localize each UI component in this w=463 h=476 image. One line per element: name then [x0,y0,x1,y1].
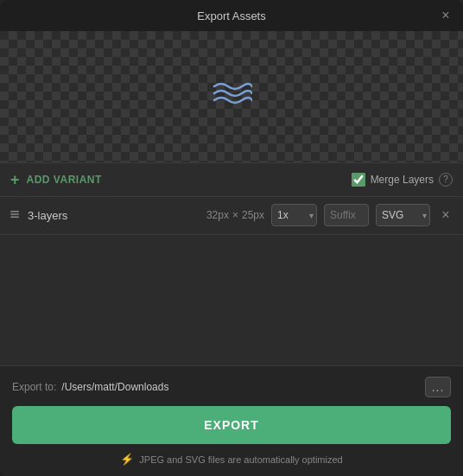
add-variant-plus-icon: + [10,172,20,187]
svg-rect-0 [10,211,19,213]
bolt-icon: ⚡ [120,453,134,466]
dimension-info: 32px × 25px [206,209,264,221]
layers-icon [9,208,21,223]
merge-layers-checkbox[interactable] [352,173,365,187]
add-variant-label: ADD VARIANT [27,174,345,186]
asset-height: 25px [242,209,264,221]
suffix-input[interactable] [324,204,369,226]
scale-select[interactable]: 0.5x 1x 2x 3x 4x [271,204,317,226]
merge-layers-area: Merge Layers ? [352,173,453,187]
scale-select-wrapper[interactable]: 0.5x 1x 2x 3x 4x ▾ [271,204,317,226]
svg-rect-1 [10,213,19,215]
asset-name: 3-layers [28,209,200,222]
wave-icon [211,79,252,114]
merge-layers-label: Merge Layers [371,174,434,186]
optimized-note-text: JPEG and SVG files are automatically opt… [139,454,342,465]
asset-width: 32px [206,209,229,221]
asset-row: 3-layers 32px × 25px 0.5x 1x 2x 3x 4x ▾ … [0,197,463,235]
dimension-separator: × [232,209,238,221]
footer: Export to: /Users/matt/Downloads ... EXP… [0,365,463,476]
content-area [0,235,463,366]
format-select-wrapper[interactable]: PNG JPG SVG PDF WebP ▾ [376,204,430,226]
add-variant-bar[interactable]: + ADD VARIANT Merge Layers ? [0,162,463,197]
export-assets-dialog: Export Assets × + ADD VARIANT Merge Laye… [0,0,463,476]
export-button[interactable]: EXPORT [12,406,451,444]
remove-asset-button[interactable]: × [437,206,454,224]
export-to-label: Export to: [12,381,56,393]
optimized-note: ⚡ JPEG and SVG files are automatically o… [12,453,451,466]
export-path: /Users/matt/Downloads [61,381,425,393]
help-icon[interactable]: ? [439,173,453,187]
dialog-title: Export Assets [197,10,265,22]
close-button[interactable]: × [437,7,454,24]
title-bar: Export Assets × [0,0,463,31]
preview-area [0,31,463,162]
export-to-row: Export to: /Users/matt/Downloads ... [12,377,451,397]
format-select[interactable]: PNG JPG SVG PDF WebP [376,204,430,226]
svg-rect-2 [10,216,19,218]
more-options-button[interactable]: ... [425,377,451,397]
